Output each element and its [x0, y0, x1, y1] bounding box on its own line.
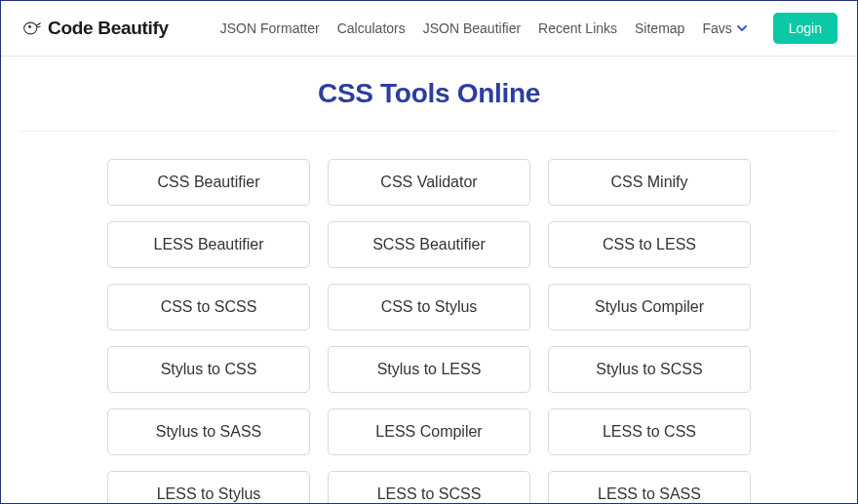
nav-calculators[interactable]: Calculators: [337, 20, 406, 36]
tool-stylus-compiler[interactable]: Stylus Compiler: [548, 284, 751, 330]
page-title: CSS Tools Online: [20, 78, 838, 109]
favs-label: Favs: [702, 20, 731, 36]
tool-css-to-stylus[interactable]: CSS to Stylus: [328, 284, 530, 330]
tool-less-to-scss[interactable]: LESS to SCSS: [328, 471, 530, 504]
nav-recent-links[interactable]: Recent Links: [538, 20, 617, 36]
svg-point-1: [28, 25, 31, 28]
nav-sitemap[interactable]: Sitemap: [635, 20, 684, 36]
tool-less-to-css[interactable]: LESS to CSS: [548, 408, 751, 455]
logo-icon: [20, 19, 42, 38]
logo-text: Code Beautify: [48, 18, 169, 39]
tool-css-minify[interactable]: CSS Minify: [548, 159, 751, 206]
nav: JSON Formatter Calculators JSON Beautifi…: [208, 13, 838, 44]
tool-stylus-to-css[interactable]: Stylus to CSS: [107, 346, 310, 393]
tools-grid: CSS Beautifier CSS Validator CSS Minify …: [98, 159, 760, 504]
tool-less-to-stylus[interactable]: LESS to Stylus: [107, 471, 310, 504]
tool-less-beautifier[interactable]: LESS Beautifier: [107, 221, 310, 268]
chevron-down-icon: [736, 22, 748, 34]
tool-css-to-scss[interactable]: CSS to SCSS: [107, 284, 310, 330]
logo[interactable]: Code Beautify: [20, 18, 169, 39]
tool-css-to-less[interactable]: CSS to LESS: [548, 221, 751, 268]
main: CSS Tools Online CSS Beautifier CSS Vali…: [1, 57, 857, 504]
nav-favs[interactable]: Favs: [702, 20, 747, 36]
tool-css-beautifier[interactable]: CSS Beautifier: [107, 159, 310, 206]
tool-stylus-to-sass[interactable]: Stylus to SASS: [107, 408, 310, 455]
nav-json-beautifier[interactable]: JSON Beautifier: [423, 20, 521, 36]
tool-scss-beautifier[interactable]: SCSS Beautifier: [328, 221, 530, 268]
nav-json-formatter[interactable]: JSON Formatter: [220, 20, 320, 36]
tool-css-validator[interactable]: CSS Validator: [328, 159, 530, 206]
tool-less-to-sass[interactable]: LESS to SASS: [548, 471, 751, 504]
divider: [20, 131, 838, 132]
header: Code Beautify JSON Formatter Calculators…: [1, 1, 857, 57]
tool-less-compiler[interactable]: LESS Compiler: [328, 408, 530, 455]
svg-point-0: [24, 22, 37, 34]
login-button[interactable]: Login: [773, 13, 838, 44]
tool-stylus-to-scss[interactable]: Stylus to SCSS: [548, 346, 751, 393]
tool-stylus-to-less[interactable]: Stylus to LESS: [328, 346, 530, 393]
